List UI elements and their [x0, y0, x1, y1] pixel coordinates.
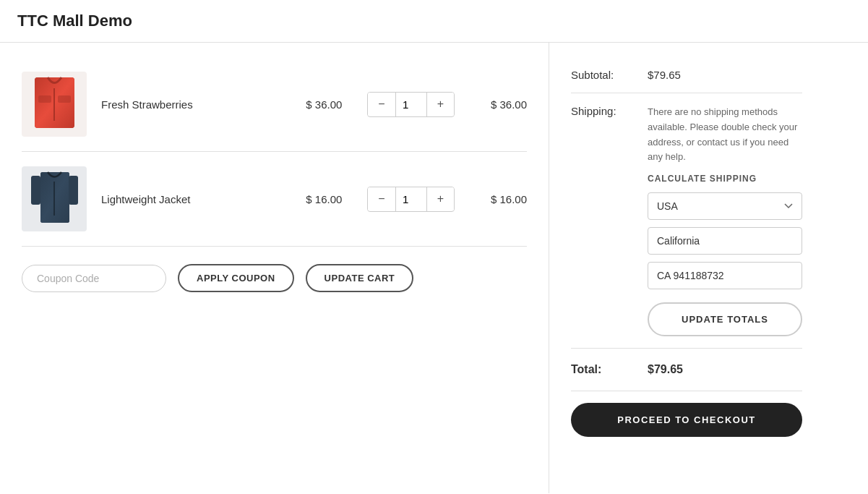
total-value: $79.65: [648, 363, 683, 376]
qty-input-2[interactable]: [395, 187, 427, 211]
shipping-label: Shipping:: [571, 105, 636, 117]
total-row: Total: $79.65: [571, 349, 802, 391]
site-title: TTC Mall Demo: [17, 12, 132, 30]
update-cart-button[interactable]: UPDATE CART: [306, 264, 414, 292]
subtotal-row: Subtotal: $79.65: [571, 57, 802, 93]
site-header: TTC Mall Demo: [0, 0, 868, 43]
subtotal-value: $79.65: [648, 69, 802, 81]
svg-rect-3: [38, 95, 51, 103]
quantity-control-2: − +: [367, 187, 455, 212]
product-image-2: [22, 166, 87, 231]
quantity-control-1: − +: [367, 92, 455, 117]
svg-rect-8: [31, 176, 40, 205]
update-totals-button[interactable]: UPDATE TOTALS: [648, 302, 802, 336]
svg-rect-9: [69, 176, 78, 205]
checkout-button[interactable]: PROCEED TO CHECKOUT: [571, 403, 802, 437]
shipping-message: There are no shipping methods available.…: [648, 105, 802, 165]
increase-qty-1[interactable]: +: [427, 93, 454, 116]
cart-item: Lightweight Jacket $ 16.00 − + $ 16.00: [22, 152, 527, 247]
calculate-shipping-label: CALCULATE SHIPPING: [648, 174, 802, 184]
shipping-details: There are no shipping methods available.…: [648, 105, 802, 336]
cart-actions: APPLY COUPON UPDATE CART: [22, 247, 527, 310]
product-unit-price-1: $ 36.00: [295, 98, 353, 111]
subtotal-label: Subtotal:: [571, 69, 636, 81]
decrease-qty-2[interactable]: −: [368, 187, 395, 210]
increase-qty-2[interactable]: +: [427, 187, 454, 210]
product-image-strawberry-jacket: [27, 74, 82, 135]
product-image-1: [22, 72, 87, 137]
zip-input[interactable]: [648, 262, 802, 289]
cart-item: Fresh Strawberries $ 36.00 − + $ 36.00: [22, 57, 527, 152]
coupon-input[interactable]: [22, 265, 166, 292]
country-select[interactable]: USA Canada UK Australia: [648, 192, 802, 220]
apply-coupon-button[interactable]: APPLY COUPON: [178, 264, 294, 292]
state-input[interactable]: [648, 227, 802, 255]
product-total-price-2: $ 16.00: [469, 193, 527, 205]
product-name-2: Lightweight Jacket: [101, 193, 280, 205]
product-unit-price-2: $ 16.00: [295, 193, 353, 205]
svg-rect-6: [40, 172, 69, 223]
total-label: Total:: [571, 363, 636, 376]
product-total-price-1: $ 36.00: [469, 98, 527, 111]
cart-section: Fresh Strawberries $ 36.00 − + $ 36.00: [0, 43, 549, 493]
svg-rect-4: [58, 95, 71, 103]
page-layout: Fresh Strawberries $ 36.00 − + $ 36.00: [0, 43, 868, 493]
shipping-row: Shipping: There are no shipping methods …: [571, 93, 802, 349]
decrease-qty-1[interactable]: −: [368, 93, 395, 116]
order-summary: Subtotal: $79.65 Shipping: There are no …: [549, 43, 824, 493]
product-image-lightweight-jacket: [27, 169, 82, 230]
product-name-1: Fresh Strawberries: [101, 98, 280, 111]
qty-input-1[interactable]: [395, 93, 427, 116]
